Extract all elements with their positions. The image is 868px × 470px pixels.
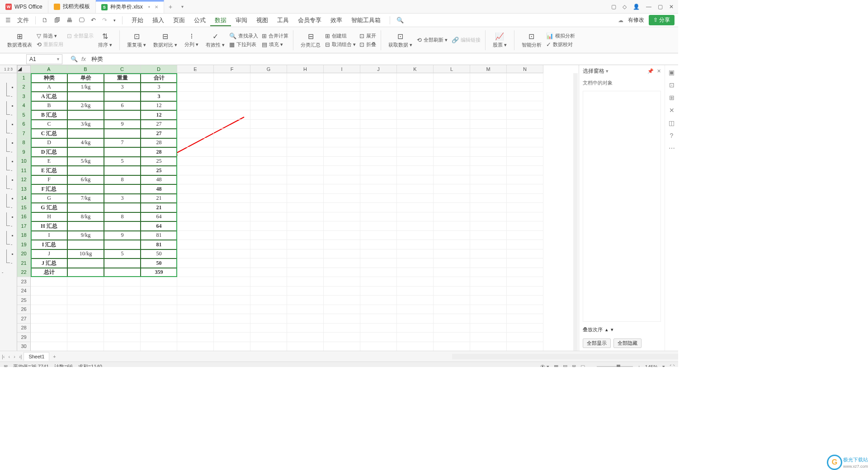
ribbon-取消组合[interactable]: ⊟取消组合 ▾ [325, 41, 356, 48]
cell[interactable] [214, 240, 250, 249]
cell[interactable] [67, 342, 104, 351]
cell[interactable] [250, 277, 287, 287]
ribbon-获取数据[interactable]: ⊡获取数据 ▾ [386, 32, 415, 48]
ribbon-数据透视表[interactable]: ⊞数据透视表 [5, 32, 35, 48]
outline-row[interactable] [0, 277, 17, 287]
close-icon[interactable]: ✕ [155, 5, 158, 9]
cell[interactable] [324, 249, 360, 259]
ribbon-分类汇总[interactable]: ⊟分类汇总 [298, 32, 323, 48]
cell[interactable] [141, 296, 177, 305]
cell[interactable]: 28 [141, 138, 177, 148]
cell[interactable] [250, 194, 287, 203]
cell[interactable] [250, 287, 287, 296]
cell[interactable] [360, 166, 397, 175]
cell[interactable] [31, 342, 67, 351]
cell[interactable] [250, 221, 287, 231]
cell[interactable] [287, 83, 324, 92]
cell[interactable] [214, 138, 250, 148]
menu-tab-视图[interactable]: 视图 [252, 15, 273, 25]
cell[interactable] [177, 268, 214, 277]
ribbon-分列[interactable]: ⫶分列 ▾ [182, 32, 201, 48]
cell[interactable]: 9/kg [67, 231, 104, 240]
cell[interactable] [324, 101, 360, 111]
cell[interactable] [287, 333, 324, 342]
cell[interactable] [104, 129, 141, 138]
cell[interactable] [507, 110, 543, 120]
row-header[interactable]: 3 [17, 92, 31, 101]
cell[interactable] [434, 157, 470, 166]
cell[interactable]: 9 [104, 120, 141, 129]
cell[interactable]: 7/kg [67, 194, 104, 203]
cell[interactable] [287, 147, 324, 157]
cell[interactable] [507, 120, 543, 129]
cell[interactable] [507, 147, 543, 157]
cell[interactable] [287, 120, 324, 129]
cell[interactable] [214, 314, 250, 324]
cell[interactable] [507, 314, 543, 324]
cell[interactable]: 81 [141, 231, 177, 240]
col-header-C[interactable]: C [104, 65, 141, 73]
cell[interactable] [177, 221, 214, 231]
chevron-down-icon[interactable]: ▾ [662, 364, 665, 367]
outline-column[interactable]: ----------- [0, 73, 17, 351]
cell[interactable]: 3 [141, 92, 177, 101]
cell[interactable] [250, 231, 287, 240]
cell[interactable] [287, 342, 324, 351]
outline-row[interactable]: - [0, 92, 17, 101]
outline-row[interactable] [0, 342, 17, 351]
menu-tab-审阅[interactable]: 审阅 [231, 15, 252, 25]
cell[interactable] [324, 231, 360, 240]
cell[interactable] [470, 305, 507, 315]
ribbon-合并计算[interactable]: ⊞合并计算 [262, 33, 288, 39]
cell[interactable] [177, 296, 214, 305]
ribbon-有效性[interactable]: ✓有效性 ▾ [203, 32, 227, 48]
cell[interactable] [507, 231, 543, 240]
cell[interactable] [324, 92, 360, 101]
cell[interactable] [287, 73, 324, 83]
cell[interactable] [250, 333, 287, 342]
cell[interactable] [177, 240, 214, 249]
cell[interactable] [104, 240, 141, 249]
cell[interactable]: 2/kg [67, 101, 104, 111]
cell[interactable] [360, 221, 397, 231]
outline-level-buttons[interactable]: 1 2 3 [0, 65, 17, 73]
cell[interactable] [67, 92, 104, 101]
sidetool-icon[interactable]: ◫ [669, 119, 675, 127]
ribbon-数据对比[interactable]: ⊟数据对比 ▾ [151, 32, 180, 48]
cell[interactable] [397, 231, 434, 240]
cell[interactable] [397, 184, 434, 194]
menu-tab-插入[interactable]: 插入 [148, 15, 169, 25]
cell[interactable] [67, 203, 104, 212]
cell[interactable] [214, 296, 250, 305]
move-up-icon[interactable]: ▴ [605, 327, 608, 333]
cell[interactable]: 重量 [104, 73, 141, 83]
cell[interactable] [470, 249, 507, 259]
cell[interactable] [324, 240, 360, 249]
row-header[interactable]: 7 [17, 129, 31, 138]
cell[interactable] [214, 333, 250, 342]
cell[interactable] [397, 342, 434, 351]
cell[interactable] [507, 83, 543, 92]
search-icon[interactable]: 🔍 [395, 16, 406, 24]
cell[interactable] [434, 342, 470, 351]
cell[interactable]: 9 [104, 231, 141, 240]
cell[interactable] [250, 73, 287, 83]
col-header-M[interactable]: M [470, 65, 507, 73]
outline-row[interactable] [0, 314, 17, 324]
cell[interactable] [287, 296, 324, 305]
cell[interactable] [397, 101, 434, 111]
cell[interactable] [324, 324, 360, 333]
outline-row[interactable] [0, 287, 17, 296]
qat-dd-icon[interactable]: ▾ [112, 17, 118, 24]
cell[interactable] [360, 268, 397, 277]
row-header[interactable]: 25 [17, 296, 31, 305]
cell[interactable] [360, 147, 397, 157]
cell[interactable] [177, 157, 214, 166]
row-header[interactable]: 28 [17, 324, 31, 333]
cell[interactable] [360, 73, 397, 83]
hide-all-button[interactable]: 全部隐藏 [613, 338, 642, 348]
cell[interactable] [434, 138, 470, 148]
row-header[interactable]: 9 [17, 147, 31, 157]
cell[interactable] [397, 296, 434, 305]
cell[interactable] [214, 83, 250, 92]
